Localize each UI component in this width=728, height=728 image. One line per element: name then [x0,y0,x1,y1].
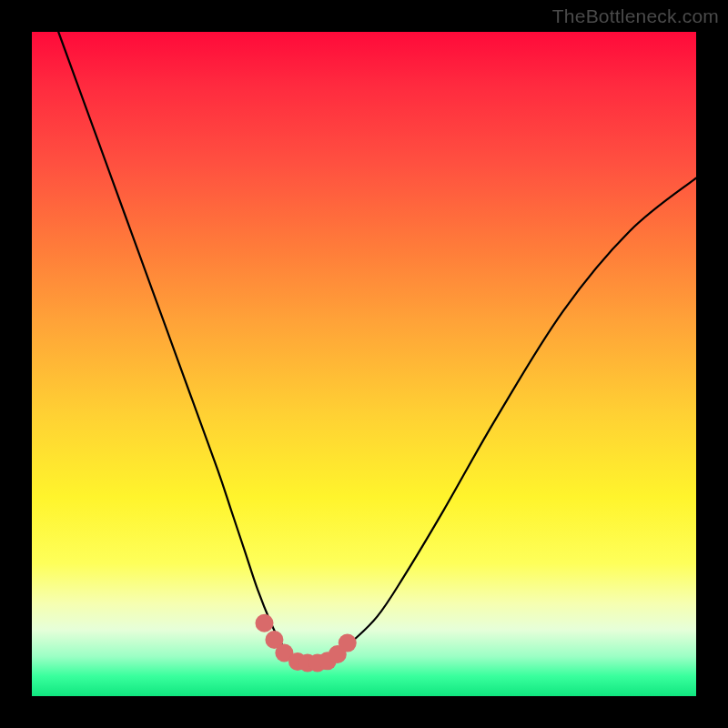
plot-area [32,32,696,696]
trough-marker [256,614,274,632]
chart-frame: TheBottleneck.com [0,0,728,728]
bottleneck-curve [58,32,696,663]
watermark-text: TheBottleneck.com [552,5,719,27]
trough-markers [256,614,357,672]
chart-svg [32,32,696,696]
trough-marker [339,634,357,652]
